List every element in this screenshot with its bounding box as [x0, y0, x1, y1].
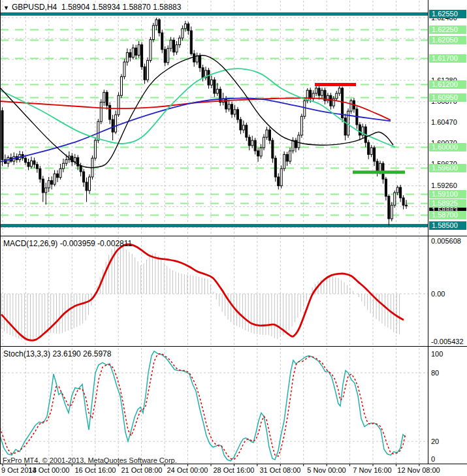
time-axis-label: 12 Nov 08:00: [397, 466, 440, 474]
green-level-label: 1.62250: [429, 25, 466, 34]
stoch-indicator-label: Stoch(13,3,3) 23.6190 26.5978: [3, 349, 111, 358]
green-level-label: 1.59600: [429, 164, 466, 172]
chart-canvas[interactable]: [0, 0, 467, 476]
stoch-tick-label: 100: [431, 350, 443, 358]
macd-indicator-label: MACD(12,26,9) -0.003959 -0.002811: [3, 239, 132, 248]
copyright-text: FxPro MT4, © 2001-2013, MetaQuotes Softw…: [3, 456, 177, 464]
price-tick-label: 1.60470: [431, 118, 457, 127]
teal-level-label: 1.62550: [429, 10, 466, 18]
time-axis-label: 21 Oct 08:00: [121, 466, 163, 474]
macd-tick-label: 0.005608: [431, 237, 461, 246]
macd-tick-label: 0.00: [431, 290, 445, 298]
teal-level-label: 1.58500: [429, 221, 466, 230]
time-axis-label: 28 Oct 16:00: [214, 466, 255, 474]
time-axis-label: 16 Oct 16:00: [75, 466, 116, 474]
stoch-tick-label: 20: [431, 437, 439, 446]
ohlc-readout: 1.58904 1.58934 1.58870 1.58883: [61, 3, 182, 12]
symbol-period-label: GBPUSD,H4: [12, 3, 57, 12]
symbol-dropdown-icon[interactable]: ▼: [3, 5, 9, 11]
macd-tick-label: -0.005432: [431, 338, 464, 346]
time-axis-label: 5 Nov 00:00: [307, 466, 346, 474]
green-level-label: 1.58925: [429, 199, 466, 208]
chart-title: ▼GBPUSD,H4 1.58904 1.58934 1.58870 1.588…: [3, 3, 181, 12]
time-axis-label: 24 Oct 00:00: [167, 466, 208, 474]
green-level-label: 1.60000: [429, 143, 466, 151]
time-axis-label: 31 Oct 08:00: [260, 466, 301, 474]
green-level-label: 1.59100: [429, 190, 466, 198]
time-axis-label: 14 Oct 00:00: [29, 466, 70, 474]
green-level-label: 1.60950: [429, 93, 466, 102]
stoch-tick-label: 0: [431, 455, 435, 464]
green-level-label: 1.58700: [429, 211, 466, 219]
stoch-tick-label: 80: [431, 369, 439, 377]
green-level-label: 1.61700: [429, 54, 466, 63]
green-level-label: 1.61200: [429, 80, 466, 89]
price-tick-label: 1.59260: [431, 182, 457, 190]
time-axis-label: 7 Nov 16:00: [353, 466, 391, 474]
mt4-chart-window: ▼GBPUSD,H4 1.58904 1.58934 1.58870 1.588…: [0, 0, 467, 476]
green-level-label: 1.62050: [429, 36, 466, 44]
